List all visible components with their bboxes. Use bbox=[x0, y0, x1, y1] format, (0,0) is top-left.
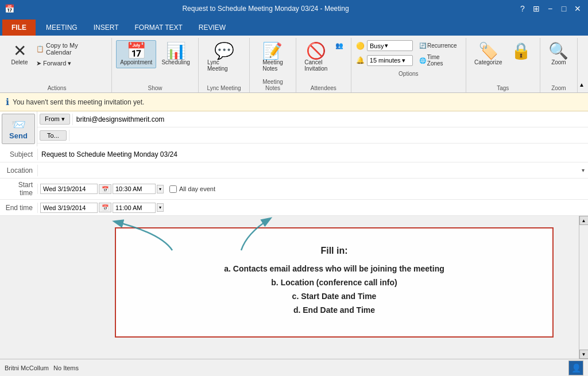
vertical-scrollbar[interactable]: ▲ ▼ bbox=[579, 216, 588, 359]
lync-meeting-button[interactable]: 💬 Lync Meeting bbox=[203, 40, 245, 75]
ribbon-group-options: 🟡 Busy ▾ 🔄 Recurrence 🔔 15 minutes ▾ 🌐 bbox=[351, 38, 466, 92]
help-button[interactable]: ? bbox=[517, 3, 528, 14]
status-items: No Items bbox=[53, 365, 79, 371]
ribbon-expand-button[interactable]: ▲ bbox=[578, 80, 586, 92]
minimize-button[interactable]: − bbox=[544, 3, 556, 14]
info-icon: ℹ bbox=[6, 96, 9, 107]
ribbon-group-actions: ✕ Delete 📋 Copy to My Calendar ➤ Forward… bbox=[2, 38, 112, 92]
app-window: 📅 Request to Schedule Meeting Monday 03/… bbox=[0, 0, 588, 376]
allday-checkbox-group: All day event bbox=[169, 185, 215, 193]
from-button[interactable]: From ▾ bbox=[40, 114, 70, 125]
subject-input[interactable] bbox=[37, 149, 588, 160]
appointment-button[interactable]: 📅 Appointment bbox=[116, 40, 156, 68]
form-content-area: 📨 Send From ▾ To... bbox=[0, 111, 588, 359]
zoom-icon: 🔍 bbox=[548, 43, 568, 59]
tab-meeting[interactable]: MEETING bbox=[38, 20, 86, 36]
ribbon-group-tags: 🏷️ Categorize 🔒 Tags bbox=[466, 38, 540, 92]
recurrence-button[interactable]: 🔄 Recurrence bbox=[415, 41, 461, 51]
tab-file[interactable]: FILE bbox=[2, 20, 36, 36]
location-dropdown-arrow[interactable]: ▾ bbox=[578, 167, 588, 173]
busy-icon: 🟡 bbox=[356, 42, 365, 50]
end-date-input[interactable] bbox=[40, 203, 98, 213]
avatar: 👤 bbox=[568, 361, 583, 375]
appointment-icon: 📅 bbox=[126, 43, 146, 59]
annotation-item-4: d. End Date and Time bbox=[139, 305, 529, 315]
window-title: Request to Schedule Meeting Monday 03/24… bbox=[14, 5, 517, 13]
from-input[interactable] bbox=[72, 114, 588, 125]
meeting-notes-buttons: 📝 MeetingNotes bbox=[258, 40, 287, 77]
maximize-button[interactable]: □ bbox=[558, 3, 570, 14]
copy-calendar-icon: 📋 bbox=[36, 45, 44, 53]
actions-small-stack: 📋 Copy to My Calendar ➤ Forward ▾ bbox=[33, 40, 107, 69]
location-input[interactable] bbox=[37, 165, 578, 176]
restore-button[interactable]: ⊞ bbox=[531, 3, 542, 14]
start-time-arrow-button[interactable]: ▾ bbox=[157, 185, 164, 193]
tab-insert[interactable]: INSERT bbox=[86, 20, 127, 36]
end-time-arrow-button[interactable]: ▾ bbox=[157, 203, 164, 212]
tab-review[interactable]: REVIEW bbox=[191, 20, 234, 36]
private-button[interactable]: 🔒 bbox=[507, 40, 535, 62]
end-time-label: End time bbox=[0, 201, 37, 214]
recurrence-icon: 🔄 bbox=[419, 42, 426, 49]
actions-label: Actions bbox=[48, 85, 67, 91]
form-area: 📨 Send From ▾ To... bbox=[0, 111, 588, 216]
start-date-calendar-button[interactable]: 📅 bbox=[99, 184, 111, 194]
zoom-buttons: 🔍 Zoom bbox=[544, 40, 572, 84]
title-bar: 📅 Request to Schedule Meeting Monday 03/… bbox=[0, 0, 588, 17]
copy-calendar-button[interactable]: 📋 Copy to My Calendar bbox=[33, 40, 107, 57]
status-left: Britni McCollum No Items bbox=[5, 365, 79, 371]
send-icon: 📨 bbox=[11, 118, 26, 131]
options-row-1: 🟡 Busy ▾ 🔄 Recurrence bbox=[356, 40, 461, 51]
scroll-up-button[interactable]: ▲ bbox=[579, 216, 589, 225]
busy-dropdown[interactable]: Busy ▾ bbox=[367, 40, 413, 51]
lock-icon: 🔒 bbox=[511, 43, 531, 59]
avatar-icon: 👤 bbox=[571, 363, 581, 373]
forward-button[interactable]: ➤ Forward ▾ bbox=[33, 58, 107, 69]
time-zones-button[interactable]: 🌐 Time Zones bbox=[415, 52, 461, 68]
attendees-small-btn[interactable]: 👥 bbox=[332, 40, 346, 51]
end-date-calendar-button[interactable]: 📅 bbox=[99, 203, 111, 212]
allday-label: All day event bbox=[179, 185, 215, 192]
send-area: 📨 Send bbox=[0, 111, 37, 146]
tags-label: Tags bbox=[497, 85, 509, 91]
annotation-item-1: a. Contacts email address who will be jo… bbox=[139, 264, 529, 273]
to-input[interactable] bbox=[69, 130, 588, 141]
close-button[interactable]: ✕ bbox=[572, 3, 583, 14]
reminder-dropdown[interactable]: 15 minutes ▾ bbox=[367, 55, 413, 66]
end-time-row: End time 📅 ▾ bbox=[0, 200, 588, 216]
ribbon-group-lync: 💬 Lync Meeting Lync Meeting bbox=[199, 38, 250, 92]
lync-icon: 💬 bbox=[214, 43, 234, 59]
annotation-box: Fill in: a. Contacts email address who w… bbox=[115, 227, 554, 338]
start-time-input[interactable] bbox=[113, 184, 156, 194]
location-label: Location bbox=[0, 164, 37, 177]
delete-icon: ✕ bbox=[13, 43, 26, 59]
meeting-notes-label: Meeting Notes bbox=[254, 79, 291, 91]
scheduling-button[interactable]: 📊 Scheduling bbox=[157, 40, 194, 68]
categorize-button[interactable]: 🏷️ Categorize bbox=[470, 40, 506, 68]
start-datetime-group: 📅 ▾ All day event bbox=[37, 184, 215, 194]
allday-checkbox[interactable] bbox=[169, 185, 177, 193]
to-button[interactable]: To... bbox=[40, 130, 67, 141]
reminder-icon: 🔔 bbox=[356, 56, 365, 64]
end-time-input[interactable] bbox=[113, 203, 156, 213]
to-row: To... bbox=[37, 127, 588, 144]
attendees-buttons: 🚫 CancelInvitation 👥 bbox=[300, 40, 346, 84]
window-controls: ? ⊞ − □ ✕ bbox=[517, 3, 583, 14]
status-username: Britni McCollum bbox=[5, 365, 49, 371]
cancel-invitation-button[interactable]: 🚫 CancelInvitation bbox=[300, 40, 331, 75]
timezone-icon: 🌐 bbox=[419, 57, 426, 64]
tab-format-text[interactable]: FORMAT TEXT bbox=[126, 20, 190, 36]
scroll-down-button[interactable]: ▼ bbox=[579, 350, 589, 359]
meeting-notes-button[interactable]: 📝 MeetingNotes bbox=[258, 40, 287, 75]
location-row: Location ▾ bbox=[0, 162, 588, 179]
annotation-item-2: b. Location (conference call info) bbox=[139, 278, 529, 287]
tags-buttons: 🏷️ Categorize 🔒 bbox=[470, 40, 535, 84]
reminder-dropdown-arrow: ▾ bbox=[402, 57, 405, 64]
meeting-notes-icon: 📝 bbox=[262, 43, 283, 59]
email-fields: From ▾ To... bbox=[37, 111, 588, 146]
delete-button[interactable]: ✕ Delete bbox=[7, 40, 32, 68]
zoom-button[interactable]: 🔍 Zoom bbox=[544, 40, 572, 68]
start-date-input[interactable] bbox=[40, 184, 98, 194]
body-area: Fill in: a. Contacts email address who w… bbox=[0, 216, 588, 359]
send-button[interactable]: 📨 Send bbox=[2, 114, 35, 144]
